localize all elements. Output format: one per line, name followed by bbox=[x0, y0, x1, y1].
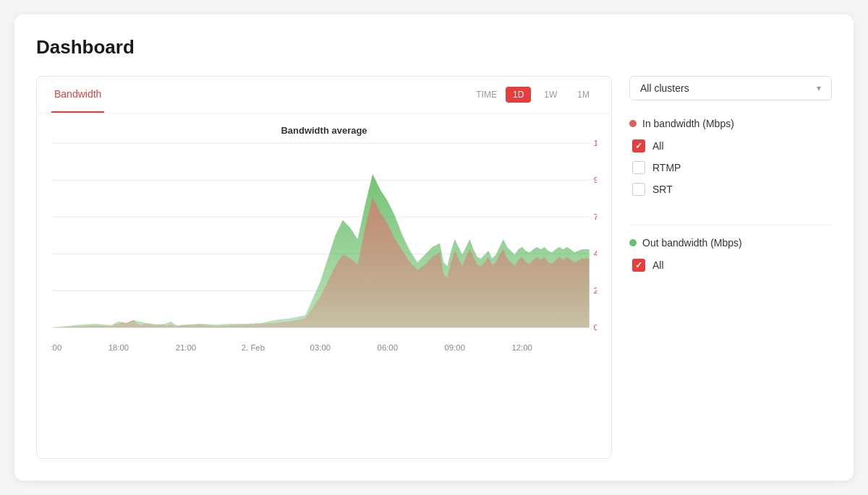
legend-out-header: Out bandwidth (Mbps) bbox=[629, 237, 832, 249]
checkbox-all-out[interactable] bbox=[632, 259, 645, 272]
svg-text:71.5 Mbps: 71.5 Mbps bbox=[594, 212, 597, 221]
checkbox-rtmp[interactable] bbox=[632, 161, 645, 174]
time-btn-1w[interactable]: 1W bbox=[537, 87, 564, 103]
legend-item-srt: SRT bbox=[632, 183, 832, 196]
chart-body: Bandwidth average 119.2 Mbps 95.4 Mbps 7… bbox=[37, 113, 611, 458]
in-bandwidth-label: In bandwidth (Mbps) bbox=[642, 118, 734, 129]
legend-item-all-in-text: All bbox=[652, 140, 664, 152]
chart-header: Bandwidth TIME 1D 1W 1M bbox=[37, 77, 611, 113]
legend-item-rtmp-text: RTMP bbox=[652, 162, 681, 173]
time-btn-1d[interactable]: 1D bbox=[506, 87, 531, 103]
out-bandwidth-dot-icon bbox=[629, 239, 637, 246]
legend-divider bbox=[629, 225, 832, 225]
legend-item-rtmp: RTMP bbox=[632, 161, 832, 174]
svg-text:09:00: 09:00 bbox=[445, 343, 465, 352]
checkbox-all-in[interactable] bbox=[632, 139, 645, 152]
svg-text:03:00: 03:00 bbox=[310, 343, 331, 352]
out-bandwidth-label: Out bandwidth (Mbps) bbox=[642, 237, 742, 249]
svg-text:2. Feb: 2. Feb bbox=[242, 343, 265, 352]
svg-text:06:00: 06:00 bbox=[378, 343, 398, 352]
in-bandwidth-dot-icon bbox=[629, 120, 637, 127]
svg-text:12:00: 12:00 bbox=[512, 343, 532, 352]
legend-item-all-out-text: All bbox=[652, 259, 664, 271]
checkbox-srt[interactable] bbox=[632, 183, 645, 196]
page-title: Dashboard bbox=[36, 36, 832, 59]
time-label: TIME bbox=[476, 90, 497, 100]
svg-text:23.8 Mbps: 23.8 Mbps bbox=[594, 286, 597, 295]
time-controls: TIME 1D 1W 1M bbox=[476, 87, 597, 103]
svg-text:119.2 Mbps: 119.2 Mbps bbox=[594, 139, 597, 147]
chart-svg: 119.2 Mbps 95.4 Mbps 71.5 Mbps 47.7 Mbps… bbox=[51, 128, 597, 374]
legend-item-srt-text: SRT bbox=[652, 184, 673, 195]
svg-text:21:00: 21:00 bbox=[176, 343, 196, 352]
chart-panel: Bandwidth TIME 1D 1W 1M Bandwidth averag… bbox=[36, 76, 612, 459]
legend-item-all-in: All bbox=[632, 139, 832, 152]
legend-in-header: In bandwidth (Mbps) bbox=[629, 118, 832, 129]
svg-text:47.7 Mbps: 47.7 Mbps bbox=[594, 249, 597, 258]
legend-out-bandwidth: Out bandwidth (Mbps) All bbox=[629, 237, 832, 280]
cluster-dropdown-text: All clusters bbox=[640, 82, 817, 94]
svg-text:18:00: 18:00 bbox=[109, 343, 129, 352]
cluster-dropdown[interactable]: All clusters ▾ bbox=[629, 76, 832, 100]
chart-title-label: Bandwidth average bbox=[281, 125, 367, 136]
dropdown-arrow-icon: ▾ bbox=[817, 83, 821, 93]
svg-text:0bps: 0bps bbox=[594, 323, 597, 332]
svg-text:95.4 Mbps: 95.4 Mbps bbox=[594, 176, 597, 184]
sidebar-panel: All clusters ▾ In bandwidth (Mbps) All R… bbox=[629, 76, 832, 459]
time-btn-1m[interactable]: 1M bbox=[570, 87, 597, 103]
svg-text:15:00: 15:00 bbox=[51, 343, 61, 352]
legend-item-all-out: All bbox=[632, 259, 832, 272]
page-container: Dashboard Bandwidth TIME 1D 1W 1M Bandwi… bbox=[14, 14, 854, 481]
legend-in-bandwidth: In bandwidth (Mbps) All RTMP SRT bbox=[629, 118, 832, 205]
content-area: Bandwidth TIME 1D 1W 1M Bandwidth averag… bbox=[36, 76, 832, 459]
tab-bandwidth[interactable]: Bandwidth bbox=[51, 77, 104, 113]
